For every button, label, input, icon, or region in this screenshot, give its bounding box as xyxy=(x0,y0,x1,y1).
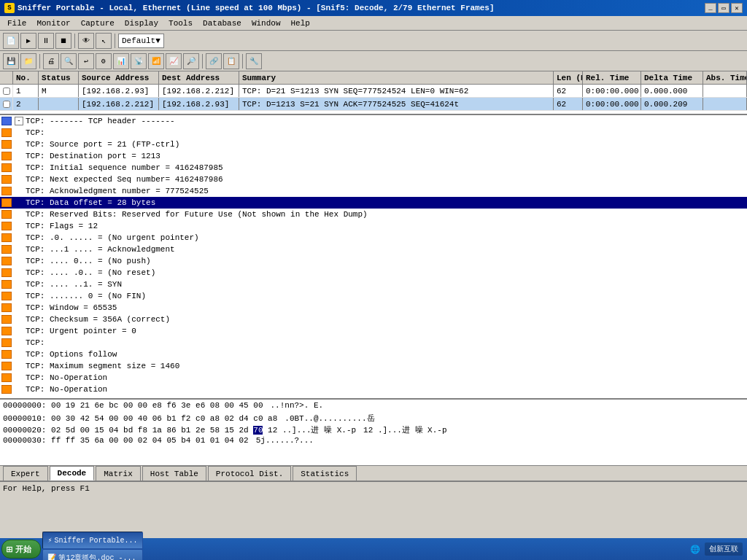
decode-line-5[interactable]: TCP: Next expected Seq number= 416248798… xyxy=(0,174,747,185)
decode-icon xyxy=(1,280,12,289)
decode-line-15[interactable]: TCP: ....... 0 = (No FIN) xyxy=(0,290,747,302)
decode-line-4[interactable]: TCP: Initial sequence number = 416248798… xyxy=(0,162,747,174)
decode-icon xyxy=(1,292,12,300)
decode-line-20[interactable]: TCP: Options follow xyxy=(0,349,747,360)
row1-summary: TCP: D=21 S=1213 SYN SEQ=777524524 LEN=0… xyxy=(239,85,554,97)
tb2-btn13[interactable]: 📋 xyxy=(223,53,239,69)
hex-line-2: 00000020: 02 5d 00 15 04 bd f8 1a 86 b1 … xyxy=(3,424,744,436)
decode-line-23[interactable]: TCP: No-Operation xyxy=(0,384,747,395)
decode-icon xyxy=(1,152,12,160)
tb2-btn12[interactable]: 🔗 xyxy=(206,53,222,69)
row2-status xyxy=(39,98,79,110)
menu-item-window[interactable]: Window xyxy=(247,18,285,28)
decode-icon xyxy=(1,373,12,382)
close-button[interactable]: ✕ xyxy=(731,3,743,13)
menu-item-display[interactable]: Display xyxy=(120,18,163,28)
decode-icon xyxy=(1,128,12,137)
tab-protocol-dist-[interactable]: Protocol Dist. xyxy=(208,466,291,481)
tb2-btn4[interactable]: 🔍 xyxy=(61,53,77,69)
col-delta-header: Delta Time xyxy=(641,71,703,84)
tb2-sep2 xyxy=(202,54,203,69)
new-button[interactable]: 📄 xyxy=(3,33,19,49)
cursor-button[interactable]: ↖ xyxy=(96,33,112,49)
tb2-btn6[interactable]: ⚙ xyxy=(96,53,112,69)
decode-line-10[interactable]: TCP: .0. ..... = (No urgent pointer) xyxy=(0,232,747,244)
tab-host-table[interactable]: Host Table xyxy=(142,466,206,481)
tab-statistics[interactable]: Statistics xyxy=(293,466,357,481)
decode-text: TCP: xyxy=(26,338,44,347)
decode-icon xyxy=(1,210,12,219)
taskbar-item-1[interactable]: 📝第12章抓包.doc -... xyxy=(42,549,142,560)
decode-line-18[interactable]: TCP: Urgent pointer = 0 xyxy=(0,325,747,337)
tb2-btn2[interactable]: 📁 xyxy=(20,53,36,69)
decode-line-19[interactable]: TCP: xyxy=(0,337,747,349)
tb2-btn7[interactable]: 📊 xyxy=(113,53,129,69)
decode-line-12[interactable]: TCP: .... 0... = (No push) xyxy=(0,255,747,267)
menu-item-tools[interactable]: Tools xyxy=(164,18,197,28)
taskbar-item-0[interactable]: ⚡Sniffer Portable... xyxy=(42,532,142,549)
hex-selected: 70 xyxy=(253,426,263,435)
table-row[interactable]: 1 M [192.168.2.93] [192.168.2.212] TCP: … xyxy=(0,85,747,98)
tab-expert[interactable]: Expert xyxy=(3,466,48,481)
menu-item-capture[interactable]: Capture xyxy=(77,18,119,28)
decode-text: TCP: .... .0.. = (No reset) xyxy=(26,268,155,277)
hex-ascii: 5j......?... xyxy=(256,436,314,445)
title-bar: S Sniffer Portable - Local, Ethernet (Li… xyxy=(0,0,747,16)
tb2-btn1[interactable]: 💾 xyxy=(3,53,19,69)
decode-line-21[interactable]: TCP: Maximum segment size = 1460 xyxy=(0,360,747,372)
decode-line-6[interactable]: TCP: Acknowledgment number = 777524525 xyxy=(0,185,747,197)
menu-item-database[interactable]: Database xyxy=(198,18,246,28)
decode-line-9[interactable]: TCP: Flags = 12 xyxy=(0,220,747,232)
pause-button[interactable]: ⏹ xyxy=(55,33,71,49)
panels: No. Status Source Address Dest Address S… xyxy=(0,71,747,538)
decode-icon xyxy=(1,385,12,394)
row1-src: [192.168.2.93] xyxy=(79,85,159,97)
decode-icon xyxy=(1,338,12,347)
tb2-btn11[interactable]: 🔎 xyxy=(183,53,199,69)
decode-line-13[interactable]: TCP: .... .0.. = (No reset) xyxy=(0,267,747,279)
decode-icon xyxy=(1,315,12,324)
dropdown-arrow[interactable]: ▼ xyxy=(155,36,160,45)
row2-summary: TCP: D=1213 S=21 SYN ACK=777524525 SEQ=4… xyxy=(239,98,554,110)
row2-checkbox[interactable] xyxy=(0,98,13,110)
tab-matrix[interactable]: Matrix xyxy=(96,466,141,481)
decode-line-1[interactable]: TCP: xyxy=(0,127,747,139)
menu-item-file[interactable]: File xyxy=(3,18,31,28)
tb2-btn5[interactable]: ↩ xyxy=(78,53,94,69)
decode-line-17[interactable]: TCP: Checksum = 356A (correct) xyxy=(0,314,747,325)
stop-button[interactable]: ⏸ xyxy=(38,33,54,49)
tb2-btn8[interactable]: 📡 xyxy=(131,53,147,69)
decode-line-8[interactable]: TCP: Reserved Bits: Reserved for Future … xyxy=(0,209,747,220)
tb2-btn9[interactable]: 📶 xyxy=(148,53,164,69)
decode-line-22[interactable]: TCP: No-Operation xyxy=(0,372,747,384)
minimize-button[interactable]: _ xyxy=(705,3,716,13)
tb2-btn3[interactable]: 🖨 xyxy=(43,53,59,69)
hex-line-1: 00000010: 00 30 42 54 00 00 40 06 b1 f2 … xyxy=(3,413,744,424)
eye-button[interactable]: 👁 xyxy=(78,33,94,49)
decode-text: TCP: No-Operation xyxy=(26,373,107,382)
menu-item-help[interactable]: Help xyxy=(287,18,314,28)
decode-line-2[interactable]: TCP: Source port = 21 (FTP-ctrl) xyxy=(0,139,747,150)
decode-line-16[interactable]: TCP: Window = 65535 xyxy=(0,302,747,314)
tab-decode[interactable]: Decode xyxy=(50,466,95,481)
restore-button[interactable]: ▭ xyxy=(718,3,729,13)
decode-line-7[interactable]: TCP: Data offset = 28 bytes xyxy=(0,197,747,209)
filter-dropdown[interactable]: Default ▼ xyxy=(118,34,164,48)
tb2-btn10[interactable]: 📈 xyxy=(166,53,182,69)
decode-line-0[interactable]: -TCP: ------- TCP header ------- xyxy=(0,115,747,127)
hex-area: 00000000: 00 19 21 6e bc 00 00 e8 f6 3e … xyxy=(0,400,747,465)
menu-item-monitor[interactable]: Monitor xyxy=(32,18,74,28)
open-button[interactable]: ▶ xyxy=(20,33,36,49)
decode-line-14[interactable]: TCP: .... ..1. = SYN xyxy=(0,279,747,290)
hex-bytes: 00 30 42 54 00 00 40 06 b1 f2 c0 a8 02 d… xyxy=(51,414,277,423)
hex-line-3: 00000030: ff ff 35 6a 00 00 02 04 05 b4 … xyxy=(3,436,744,448)
tb2-btn14[interactable]: 🔧 xyxy=(246,53,262,69)
decode-line-3[interactable]: TCP: Destination port = 1213 xyxy=(0,150,747,162)
decode-line-11[interactable]: TCP: ...1 .... = Acknowledgment xyxy=(0,244,747,255)
row1-checkbox[interactable] xyxy=(0,85,13,97)
start-button[interactable]: ⊞ 开始 xyxy=(1,540,41,559)
status-text: For Help, press F1 xyxy=(3,484,90,493)
tree-toggle[interactable]: - xyxy=(15,117,23,125)
table-row[interactable]: 2 [192.168.2.212] [192.168.2.93] TCP: D=… xyxy=(0,98,747,111)
hex-bytes: ff ff 35 6a 00 00 02 04 05 b4 01 01 04 0… xyxy=(51,436,249,445)
